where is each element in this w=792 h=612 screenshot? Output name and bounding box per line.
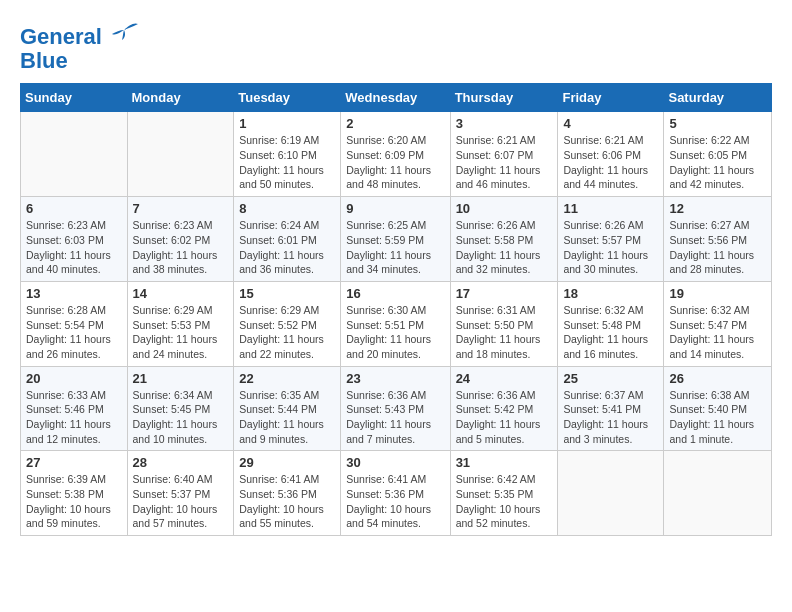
- calendar-week-1: 1 Sunrise: 6:19 AMSunset: 6:10 PMDayligh…: [21, 112, 772, 197]
- day-info: Sunrise: 6:41 AMSunset: 5:36 PMDaylight:…: [346, 472, 444, 531]
- day-info: Sunrise: 6:42 AMSunset: 5:35 PMDaylight:…: [456, 472, 553, 531]
- calendar-cell: 9 Sunrise: 6:25 AMSunset: 5:59 PMDayligh…: [341, 197, 450, 282]
- day-number: 9: [346, 201, 444, 216]
- logo-blue: Blue: [20, 48, 68, 73]
- day-info: Sunrise: 6:35 AMSunset: 5:44 PMDaylight:…: [239, 388, 335, 447]
- day-number: 10: [456, 201, 553, 216]
- day-info: Sunrise: 6:28 AMSunset: 5:54 PMDaylight:…: [26, 303, 122, 362]
- day-number: 15: [239, 286, 335, 301]
- calendar-cell: [21, 112, 128, 197]
- day-number: 22: [239, 371, 335, 386]
- day-number: 21: [133, 371, 229, 386]
- logo-general: General: [20, 24, 102, 49]
- day-number: 19: [669, 286, 766, 301]
- day-number: 13: [26, 286, 122, 301]
- day-number: 23: [346, 371, 444, 386]
- day-number: 3: [456, 116, 553, 131]
- day-number: 5: [669, 116, 766, 131]
- calendar-cell: 27 Sunrise: 6:39 AMSunset: 5:38 PMDaylig…: [21, 451, 128, 536]
- day-info: Sunrise: 6:33 AMSunset: 5:46 PMDaylight:…: [26, 388, 122, 447]
- header-saturday: Saturday: [664, 84, 772, 112]
- day-number: 12: [669, 201, 766, 216]
- day-number: 17: [456, 286, 553, 301]
- day-info: Sunrise: 6:29 AMSunset: 5:52 PMDaylight:…: [239, 303, 335, 362]
- day-number: 26: [669, 371, 766, 386]
- day-number: 29: [239, 455, 335, 470]
- calendar-cell: 3 Sunrise: 6:21 AMSunset: 6:07 PMDayligh…: [450, 112, 558, 197]
- calendar-cell: 16 Sunrise: 6:30 AMSunset: 5:51 PMDaylig…: [341, 281, 450, 366]
- day-number: 20: [26, 371, 122, 386]
- header-tuesday: Tuesday: [234, 84, 341, 112]
- day-info: Sunrise: 6:30 AMSunset: 5:51 PMDaylight:…: [346, 303, 444, 362]
- day-number: 8: [239, 201, 335, 216]
- calendar-cell: 12 Sunrise: 6:27 AMSunset: 5:56 PMDaylig…: [664, 197, 772, 282]
- calendar-cell: [558, 451, 664, 536]
- calendar-cell: [127, 112, 234, 197]
- day-number: 30: [346, 455, 444, 470]
- day-number: 4: [563, 116, 658, 131]
- day-info: Sunrise: 6:32 AMSunset: 5:47 PMDaylight:…: [669, 303, 766, 362]
- header-sunday: Sunday: [21, 84, 128, 112]
- day-info: Sunrise: 6:32 AMSunset: 5:48 PMDaylight:…: [563, 303, 658, 362]
- day-number: 1: [239, 116, 335, 131]
- calendar-cell: 22 Sunrise: 6:35 AMSunset: 5:44 PMDaylig…: [234, 366, 341, 451]
- day-info: Sunrise: 6:20 AMSunset: 6:09 PMDaylight:…: [346, 133, 444, 192]
- day-number: 14: [133, 286, 229, 301]
- calendar-cell: 11 Sunrise: 6:26 AMSunset: 5:57 PMDaylig…: [558, 197, 664, 282]
- day-info: Sunrise: 6:36 AMSunset: 5:43 PMDaylight:…: [346, 388, 444, 447]
- calendar-cell: 4 Sunrise: 6:21 AMSunset: 6:06 PMDayligh…: [558, 112, 664, 197]
- calendar-cell: 25 Sunrise: 6:37 AMSunset: 5:41 PMDaylig…: [558, 366, 664, 451]
- day-info: Sunrise: 6:21 AMSunset: 6:06 PMDaylight:…: [563, 133, 658, 192]
- calendar-cell: 18 Sunrise: 6:32 AMSunset: 5:48 PMDaylig…: [558, 281, 664, 366]
- day-number: 24: [456, 371, 553, 386]
- header-friday: Friday: [558, 84, 664, 112]
- calendar-cell: 30 Sunrise: 6:41 AMSunset: 5:36 PMDaylig…: [341, 451, 450, 536]
- calendar-cell: 23 Sunrise: 6:36 AMSunset: 5:43 PMDaylig…: [341, 366, 450, 451]
- calendar-cell: 17 Sunrise: 6:31 AMSunset: 5:50 PMDaylig…: [450, 281, 558, 366]
- day-number: 16: [346, 286, 444, 301]
- calendar-cell: 2 Sunrise: 6:20 AMSunset: 6:09 PMDayligh…: [341, 112, 450, 197]
- day-info: Sunrise: 6:34 AMSunset: 5:45 PMDaylight:…: [133, 388, 229, 447]
- logo-bird-icon: [110, 20, 140, 44]
- calendar-cell: 21 Sunrise: 6:34 AMSunset: 5:45 PMDaylig…: [127, 366, 234, 451]
- day-info: Sunrise: 6:31 AMSunset: 5:50 PMDaylight:…: [456, 303, 553, 362]
- day-number: 28: [133, 455, 229, 470]
- day-info: Sunrise: 6:19 AMSunset: 6:10 PMDaylight:…: [239, 133, 335, 192]
- day-number: 2: [346, 116, 444, 131]
- calendar-cell: 15 Sunrise: 6:29 AMSunset: 5:52 PMDaylig…: [234, 281, 341, 366]
- day-info: Sunrise: 6:21 AMSunset: 6:07 PMDaylight:…: [456, 133, 553, 192]
- calendar-cell: 14 Sunrise: 6:29 AMSunset: 5:53 PMDaylig…: [127, 281, 234, 366]
- calendar-cell: 29 Sunrise: 6:41 AMSunset: 5:36 PMDaylig…: [234, 451, 341, 536]
- calendar-cell: 13 Sunrise: 6:28 AMSunset: 5:54 PMDaylig…: [21, 281, 128, 366]
- day-number: 11: [563, 201, 658, 216]
- day-info: Sunrise: 6:39 AMSunset: 5:38 PMDaylight:…: [26, 472, 122, 531]
- day-info: Sunrise: 6:23 AMSunset: 6:03 PMDaylight:…: [26, 218, 122, 277]
- header-wednesday: Wednesday: [341, 84, 450, 112]
- calendar-cell: 26 Sunrise: 6:38 AMSunset: 5:40 PMDaylig…: [664, 366, 772, 451]
- day-info: Sunrise: 6:27 AMSunset: 5:56 PMDaylight:…: [669, 218, 766, 277]
- day-info: Sunrise: 6:37 AMSunset: 5:41 PMDaylight:…: [563, 388, 658, 447]
- day-info: Sunrise: 6:26 AMSunset: 5:57 PMDaylight:…: [563, 218, 658, 277]
- day-number: 18: [563, 286, 658, 301]
- calendar-week-2: 6 Sunrise: 6:23 AMSunset: 6:03 PMDayligh…: [21, 197, 772, 282]
- calendar-cell: 28 Sunrise: 6:40 AMSunset: 5:37 PMDaylig…: [127, 451, 234, 536]
- day-number: 27: [26, 455, 122, 470]
- calendar-header-row: SundayMondayTuesdayWednesdayThursdayFrid…: [21, 84, 772, 112]
- calendar-cell: 31 Sunrise: 6:42 AMSunset: 5:35 PMDaylig…: [450, 451, 558, 536]
- calendar-week-4: 20 Sunrise: 6:33 AMSunset: 5:46 PMDaylig…: [21, 366, 772, 451]
- day-number: 7: [133, 201, 229, 216]
- calendar-week-5: 27 Sunrise: 6:39 AMSunset: 5:38 PMDaylig…: [21, 451, 772, 536]
- day-info: Sunrise: 6:26 AMSunset: 5:58 PMDaylight:…: [456, 218, 553, 277]
- calendar-cell: 7 Sunrise: 6:23 AMSunset: 6:02 PMDayligh…: [127, 197, 234, 282]
- day-info: Sunrise: 6:38 AMSunset: 5:40 PMDaylight:…: [669, 388, 766, 447]
- calendar-cell: 10 Sunrise: 6:26 AMSunset: 5:58 PMDaylig…: [450, 197, 558, 282]
- day-info: Sunrise: 6:29 AMSunset: 5:53 PMDaylight:…: [133, 303, 229, 362]
- header-monday: Monday: [127, 84, 234, 112]
- page-header: General Blue: [20, 20, 772, 73]
- day-info: Sunrise: 6:23 AMSunset: 6:02 PMDaylight:…: [133, 218, 229, 277]
- calendar-cell: 19 Sunrise: 6:32 AMSunset: 5:47 PMDaylig…: [664, 281, 772, 366]
- calendar-table: SundayMondayTuesdayWednesdayThursdayFrid…: [20, 83, 772, 536]
- calendar-cell: 5 Sunrise: 6:22 AMSunset: 6:05 PMDayligh…: [664, 112, 772, 197]
- calendar-week-3: 13 Sunrise: 6:28 AMSunset: 5:54 PMDaylig…: [21, 281, 772, 366]
- header-thursday: Thursday: [450, 84, 558, 112]
